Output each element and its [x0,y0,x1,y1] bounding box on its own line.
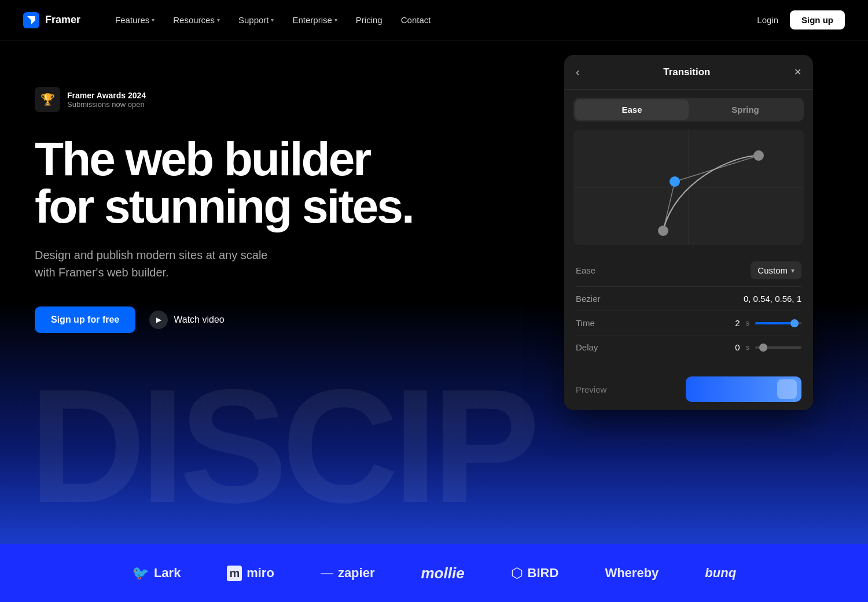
time-slider[interactable] [755,322,801,324]
ease-value: Custom [757,265,788,275]
preview-toggle[interactable] [686,376,801,402]
delay-slider[interactable] [755,346,801,349]
lark-name: Lark [154,566,181,581]
whereby-name: Whereby [605,566,659,581]
zapier-icon: — [321,566,333,581]
preview-row: Preview [564,368,813,410]
miro-name: miro [247,566,274,581]
brand-miro: m miro [227,566,274,581]
chevron-down-icon: ▾ [152,17,155,23]
hero-content: 🏆 Framer Awards 2024 Submissions now ope… [35,87,413,333]
bezier-label: Bezier [576,294,601,304]
nav-contact[interactable]: Contact [401,15,431,25]
nav-logo[interactable]: Framer [23,12,80,28]
bezier-row: Bezier 0, 0.54, 0.56, 1 [576,287,801,311]
badge-text: Framer Awards 2024 Submissions now open [67,91,146,109]
ease-dropdown[interactable]: Custom ▾ [751,261,801,279]
login-link[interactable]: Login [757,15,778,25]
bird-icon: ⬡ [511,565,523,581]
hero-heading-line1: The web builder [35,132,370,185]
brand-lark: 🐦 Lark [132,565,181,581]
nav-resources[interactable]: Resources ▾ [173,15,220,25]
hero-actions: Sign up for free ▶ Watch video [35,306,413,333]
tab-spring[interactable]: Spring [689,99,802,120]
nav-support[interactable]: Support ▾ [238,15,274,25]
miro-icon: m [227,566,242,581]
watch-video-label: Watch video [174,315,224,325]
tab-ease[interactable]: Ease [575,99,689,120]
bezier-handle-bottom[interactable] [658,226,668,236]
delay-row: Delay 0 s [576,335,801,359]
play-icon: ▶ [149,311,168,329]
bird-name: BIRD [528,566,559,581]
ease-row: Ease Custom ▾ [576,254,801,287]
framer-logo-icon [23,12,39,28]
chevron-down-icon: ▾ [334,17,337,23]
preview-label: Preview [576,385,606,394]
chevron-down-icon: ▾ [217,17,220,23]
nav-pricing[interactable]: Pricing [356,15,382,25]
panel-tabs: Ease Spring [573,98,804,121]
nav-links: Features ▾ Resources ▾ Support ▾ Enterpr… [115,15,757,25]
mollie-name: mollie [421,564,464,582]
delay-unit: s [746,343,750,352]
signup-button[interactable]: Sign up [790,10,845,29]
delay-slider-thumb[interactable] [759,344,767,352]
navbar: Framer Features ▾ Resources ▾ Support ▾ … [0,0,868,40]
nav-features[interactable]: Features ▾ [115,15,155,25]
time-label: Time [576,318,595,328]
hero-heading: The web builder for stunning sites. [35,135,413,230]
hero-subtext: Design and publish modern sites at any s… [35,246,278,281]
delay-label: Delay [576,342,598,352]
brands-bar: 🐦 Lark m miro — zapier mollie ⬡ BIRD Whe… [0,544,868,602]
bezier-curve-svg [573,130,804,245]
brand-bunq: bunq [705,566,736,581]
chevron-down-icon: ▾ [271,17,274,23]
delay-input-group: 0 s [729,342,802,352]
panel-header: ‹ Transition ✕ [564,55,813,90]
brand-mollie: mollie [421,564,464,582]
delay-value: 0 [729,342,740,352]
transition-panel: ‹ Transition ✕ Ease Spring [564,55,813,410]
hero-badge: 🏆 Framer Awards 2024 Submissions now ope… [35,87,413,112]
nav-enterprise[interactable]: Enterprise ▾ [292,15,337,25]
badge-title: Framer Awards 2024 [67,91,146,100]
hero-heading-line2: for stunning sites. [35,180,413,232]
panel-title: Transition [580,67,794,78]
chevron-down-icon: ▾ [791,267,795,275]
bezier-curve-area [573,130,804,245]
time-value: 2 [729,318,740,328]
time-slider-thumb[interactable] [790,319,799,327]
time-unit: s [746,319,750,327]
panel-back-button[interactable]: ‹ [576,65,580,79]
panel-properties: Ease Custom ▾ Bezier 0, 0.54, 0.56, 1 Ti… [564,250,813,368]
time-input-group: 2 s [729,318,802,328]
brand-bird: ⬡ BIRD [511,565,559,581]
badge-subtitle: Submissions now open [67,100,146,109]
brand-zapier: — zapier [321,566,375,581]
time-row: Time 2 s [576,311,801,335]
nav-right: Login Sign up [757,10,845,29]
bezier-handle-top[interactable] [753,150,764,161]
bezier-value: 0, 0.54, 0.56, 1 [744,294,801,304]
watch-video-button[interactable]: ▶ Watch video [149,311,224,329]
lark-icon: 🐦 [132,565,149,581]
badge-icon: 🏆 [35,87,60,112]
bezier-control-top[interactable] [670,176,680,187]
panel-close-button[interactable]: ✕ [794,67,801,77]
bunq-name: bunq [705,566,736,581]
brand-whereby: Whereby [605,566,659,581]
preview-knob [777,379,797,399]
ease-label: Ease [576,265,595,275]
signup-free-button[interactable]: Sign up for free [35,306,135,333]
nav-logo-text: Framer [45,14,80,26]
zapier-name: zapier [338,566,375,581]
